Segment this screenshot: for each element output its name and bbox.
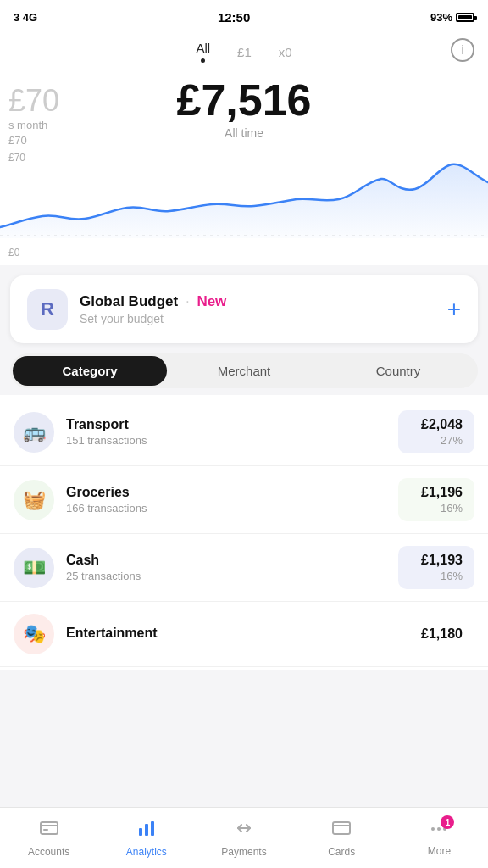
entertainment-amount-box: £1,180 — [398, 620, 474, 648]
segment-category[interactable]: Category — [13, 356, 167, 386]
main-amount-value: £7,516 — [0, 76, 488, 125]
segment-country[interactable]: Country — [321, 356, 475, 386]
svg-rect-1 — [41, 822, 58, 834]
battery-percentage: 93% — [430, 11, 452, 24]
time-display: 12:50 — [218, 10, 250, 25]
signal-indicator: 3 4G — [14, 11, 37, 24]
category-list: 🚌 Transport 151 transactions £2,048 27% … — [0, 395, 488, 670]
nav-item-payments[interactable]: Payments — [195, 808, 292, 868]
cash-name: Cash — [66, 553, 398, 568]
side-amount: £70 — [8, 83, 59, 119]
entertainment-name: Entertainment — [66, 626, 398, 641]
nav-item-cards[interactable]: Cards — [293, 808, 391, 868]
more-badge: 1 — [441, 815, 454, 829]
svg-point-6 — [431, 827, 435, 831]
nav-item-accounts[interactable]: Accounts — [0, 808, 97, 868]
budget-new-label: New — [197, 293, 226, 309]
main-amount-area: £70 s month £70 £7,516 All time — [0, 70, 488, 147]
groceries-name: Groceries — [66, 485, 398, 500]
status-bar: 3 4G 12:50 93% — [0, 0, 488, 31]
transport-amount: £2,048 — [410, 417, 463, 432]
nav-item-more[interactable]: 1 More — [391, 808, 488, 868]
transport-icon: 🚌 — [14, 412, 54, 453]
analytics-label: Analytics — [126, 846, 167, 858]
svg-rect-4 — [151, 821, 154, 836]
nav-item-analytics[interactable]: Analytics — [97, 808, 195, 868]
header-tabs-row: All £1 x0 i — [0, 31, 488, 70]
budget-add-button[interactable]: + — [447, 296, 461, 323]
accounts-icon — [39, 818, 59, 843]
cash-icon: 💵 — [14, 548, 54, 588]
budget-card[interactable]: R Global Budget · New Set your budget + — [10, 275, 478, 343]
transport-percentage: 27% — [410, 434, 463, 447]
transport-amount-box: £2,048 27% — [398, 410, 474, 453]
groceries-amount-box: £1,196 16% — [398, 478, 474, 521]
cards-label: Cards — [328, 846, 355, 858]
budget-icon: R — [27, 289, 68, 330]
groceries-percentage: 16% — [410, 502, 463, 515]
analytics-icon — [136, 818, 157, 843]
entertainment-info: Entertainment — [66, 626, 398, 643]
budget-card-left: R Global Budget · New Set your budget — [27, 289, 226, 330]
info-button[interactable]: i — [451, 38, 474, 62]
groceries-info: Groceries 166 transactions — [66, 485, 398, 515]
side-sublabel: £70 — [8, 134, 27, 147]
budget-info: Global Budget · New Set your budget — [80, 293, 226, 326]
battery-indicator: 93% — [430, 11, 474, 24]
payments-icon — [234, 818, 254, 843]
main-amount-subtitle: All time — [0, 126, 488, 147]
budget-title: Global Budget · New — [80, 293, 226, 310]
category-item-transport[interactable]: 🚌 Transport 151 transactions £2,048 27% — [0, 398, 488, 466]
transport-info: Transport 151 transactions — [66, 417, 398, 447]
cash-transactions: 25 transactions — [66, 570, 398, 582]
bottom-nav: Accounts Analytics Payments — [0, 807, 488, 868]
header-tabs: All £1 x0 — [196, 34, 291, 66]
category-item-cash[interactable]: 💵 Cash 25 transactions £1,193 16% — [0, 534, 488, 602]
svg-rect-5 — [333, 822, 350, 834]
cash-info: Cash 25 transactions — [66, 553, 398, 582]
tab-all[interactable]: All — [196, 41, 210, 63]
svg-point-7 — [437, 827, 441, 831]
entertainment-icon: 🎭 — [14, 614, 54, 654]
more-icon-wrapper: 1 — [429, 819, 449, 843]
segment-control: Category Merchant Country — [10, 353, 478, 388]
svg-rect-2 — [139, 828, 142, 836]
more-label: More — [428, 845, 451, 857]
info-icon: i — [461, 43, 463, 57]
cash-amount: £1,193 — [410, 553, 463, 568]
side-label: s month — [8, 119, 47, 131]
battery-icon — [456, 13, 474, 22]
segment-merchant[interactable]: Merchant — [167, 356, 321, 386]
transport-transactions: 151 transactions — [66, 434, 398, 447]
tab-pound1[interactable]: £1 — [237, 45, 252, 59]
category-item-groceries[interactable]: 🧺 Groceries 166 transactions £1,196 16% — [0, 466, 488, 534]
tab-x0[interactable]: x0 — [279, 45, 292, 59]
cash-percentage: 16% — [410, 570, 463, 582]
payments-label: Payments — [221, 846, 266, 858]
cards-icon — [331, 818, 352, 843]
category-item-entertainment[interactable]: 🎭 Entertainment £1,180 — [0, 602, 488, 667]
cash-amount-box: £1,193 16% — [398, 546, 474, 589]
chart-area: £70 £0 — [0, 147, 488, 265]
groceries-amount: £1,196 — [410, 485, 463, 500]
groceries-icon: 🧺 — [14, 480, 54, 520]
entertainment-amount: £1,180 — [410, 626, 463, 642]
tab-active-dot — [201, 58, 205, 63]
accounts-label: Accounts — [28, 846, 69, 858]
budget-subtitle: Set your budget — [80, 312, 226, 326]
transport-name: Transport — [66, 417, 398, 432]
groceries-transactions: 166 transactions — [66, 502, 398, 515]
svg-rect-3 — [145, 824, 148, 836]
line-chart — [0, 147, 488, 265]
